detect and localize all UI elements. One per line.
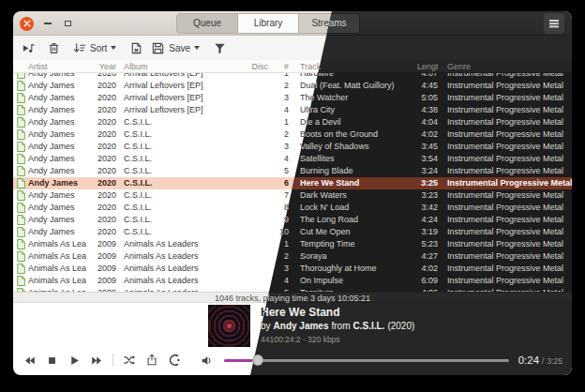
elapsed-time: 0:24 bbox=[518, 354, 539, 366]
column-header-genre[interactable]: Genre bbox=[438, 62, 572, 71]
file-audio-icon bbox=[17, 251, 25, 262]
cell-year: 2020 bbox=[86, 202, 116, 214]
menu-button[interactable] bbox=[544, 13, 564, 34]
file-audio-icon bbox=[17, 166, 25, 176]
previous-button[interactable] bbox=[19, 351, 39, 369]
cell-album: C.S.I.L. bbox=[116, 226, 246, 238]
cell-artist: Andy James bbox=[28, 116, 86, 128]
cell-year: 2020 bbox=[86, 80, 116, 92]
shuffle-icon bbox=[123, 354, 136, 367]
cell-track: Boots on the Ground bbox=[289, 128, 417, 141]
now-playing-artist-line: by Andy James from C.S.I.L. (2020) bbox=[261, 321, 414, 331]
sort-label: Sort bbox=[90, 43, 107, 53]
cell-num: 2 bbox=[268, 80, 289, 92]
cell-genre: Instrumental Progressive Metal bbox=[438, 250, 572, 263]
file-audio-icon-cell bbox=[13, 73, 28, 79]
file-audio-icon bbox=[17, 190, 25, 201]
cell-album: C.S.I.L. bbox=[116, 165, 246, 177]
file-audio-icon-cell bbox=[13, 117, 28, 128]
cell-length: 4:06 bbox=[417, 287, 438, 292]
cell-genre: Instrumental Progressive Metal bbox=[438, 128, 572, 141]
now-playing-year: (2020) bbox=[387, 321, 414, 331]
enqueue-button[interactable] bbox=[19, 39, 38, 57]
crescent-icon bbox=[168, 354, 181, 367]
close-button[interactable] bbox=[20, 17, 34, 31]
file-audio-icon bbox=[17, 142, 25, 152]
save-button[interactable]: Save bbox=[148, 39, 202, 57]
cell-num: 1 bbox=[268, 116, 289, 128]
file-audio-icon bbox=[17, 276, 25, 286]
file-audio-icon-cell bbox=[13, 190, 28, 201]
column-header-length[interactable]: Length bbox=[417, 62, 438, 71]
cell-artist: Andy James bbox=[28, 214, 86, 226]
cell-album: Arrival Leftovers [EP] bbox=[116, 80, 246, 92]
cell-length: 3:25 bbox=[417, 177, 438, 189]
maximize-button[interactable] bbox=[61, 17, 75, 31]
file-audio-icon bbox=[17, 227, 25, 237]
column-header-year[interactable]: Year bbox=[86, 62, 116, 71]
cell-genre: Instrumental Progressive Metal bbox=[438, 287, 572, 292]
tab-library[interactable]: Library bbox=[237, 13, 299, 34]
cell-year: 2020 bbox=[86, 116, 116, 128]
remove-button[interactable] bbox=[44, 39, 64, 57]
cell-year: 2009 bbox=[86, 275, 116, 287]
column-header-number[interactable]: # bbox=[268, 62, 289, 71]
previous-icon bbox=[23, 354, 36, 367]
app-window: Queue Library Streams Sort Save bbox=[13, 11, 572, 375]
stop-icon bbox=[47, 355, 57, 366]
cell-num: 8 bbox=[268, 202, 289, 214]
cell-track: Burning Blade bbox=[289, 165, 417, 177]
cell-album: C.S.I.L. bbox=[116, 141, 246, 153]
time-display: 0:24 / 3:25 bbox=[518, 354, 562, 366]
file-audio-icon bbox=[17, 288, 25, 292]
cell-genre: Instrumental Progressive Metal bbox=[438, 226, 572, 238]
file-audio-icon bbox=[17, 117, 25, 128]
cell-album: Animals As Leaders bbox=[116, 238, 246, 250]
file-audio-icon bbox=[17, 264, 25, 274]
cell-album: C.S.I.L. bbox=[116, 214, 246, 226]
minimize-button[interactable] bbox=[40, 17, 54, 31]
play-button[interactable] bbox=[64, 351, 84, 369]
cell-artist: Andy James bbox=[28, 92, 86, 104]
stop-button[interactable] bbox=[41, 351, 62, 369]
crescent-button[interactable] bbox=[164, 351, 185, 369]
column-header-artist[interactable]: Artist bbox=[28, 62, 86, 71]
column-header-disc[interactable]: Disc bbox=[246, 62, 268, 71]
document-x-icon bbox=[129, 41, 143, 55]
cell-num: 3 bbox=[268, 141, 289, 153]
save-label: Save bbox=[169, 43, 190, 53]
seek-slider[interactable] bbox=[224, 359, 509, 362]
cell-track: On Impulse bbox=[289, 275, 417, 287]
sort-button[interactable]: Sort bbox=[69, 39, 119, 57]
cell-album: C.S.I.L. bbox=[116, 189, 246, 202]
trash-icon bbox=[47, 41, 61, 55]
cell-length: 6:09 bbox=[417, 275, 438, 287]
cell-genre: Instrumental Progressive Metal bbox=[438, 153, 572, 165]
column-header-album[interactable]: Album bbox=[116, 62, 246, 71]
minimize-icon bbox=[44, 23, 52, 24]
close-icon bbox=[23, 20, 31, 27]
cell-artist: Andy James bbox=[28, 202, 86, 214]
shuffle-button[interactable] bbox=[119, 351, 140, 369]
file-audio-icon bbox=[17, 73, 25, 79]
cell-length: 4:02 bbox=[417, 263, 438, 275]
transport-separator bbox=[112, 354, 113, 367]
cell-genre: Instrumental Progressive Metal bbox=[438, 263, 572, 275]
cell-artist: Andy James bbox=[28, 80, 86, 92]
cell-artist: Andy James bbox=[28, 128, 86, 141]
export-button[interactable] bbox=[142, 351, 162, 369]
volume-button[interactable] bbox=[196, 351, 217, 369]
next-button[interactable] bbox=[86, 351, 107, 369]
tab-queue[interactable]: Queue bbox=[176, 13, 238, 34]
file-audio-icon bbox=[17, 215, 25, 225]
file-audio-icon-cell bbox=[13, 81, 28, 91]
filter-button[interactable] bbox=[210, 39, 230, 57]
file-audio-icon bbox=[17, 105, 25, 115]
cell-artist: Andy James bbox=[28, 177, 86, 189]
cell-length: 4:07 bbox=[417, 73, 438, 80]
clear-playlist-button[interactable] bbox=[127, 39, 146, 57]
save-icon bbox=[151, 41, 165, 55]
sort-icon bbox=[72, 41, 86, 55]
cell-album: C.S.I.L. bbox=[116, 128, 246, 141]
now-playing-artist: Andy James bbox=[274, 321, 329, 331]
